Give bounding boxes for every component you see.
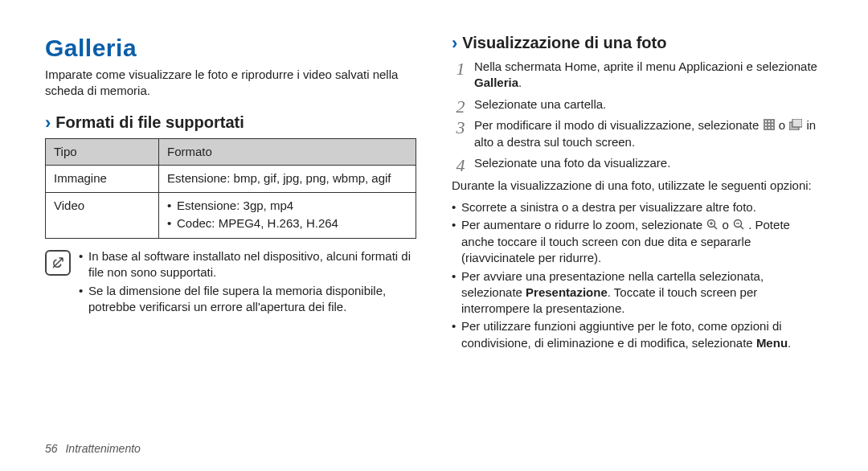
option-item: Per avviare una presentazione nella cart… <box>452 268 823 317</box>
step-item: 1 Nella schermata Home, aprite il menu A… <box>452 59 823 92</box>
chevron-right-icon: › <box>45 114 51 132</box>
subheading-label: Formati di file supportati <box>55 112 244 133</box>
video-codec: Codec: MPEG4, H.263, H.264 <box>167 215 407 231</box>
step-item: 4 Selezionate una foto da visualizzare. <box>452 155 823 171</box>
svg-rect-1 <box>765 121 767 122</box>
left-column: Galleria Imparate come visualizzare le f… <box>45 32 416 455</box>
page-footer: 56 Intrattenimento <box>45 441 141 457</box>
svg-rect-5 <box>768 124 770 125</box>
zoom-in-icon <box>706 218 718 234</box>
zoom-out-icon <box>733 218 744 234</box>
step-number: 3 <box>452 116 469 140</box>
formats-table: Tipo Formato Immagine Estensione: bmp, g… <box>45 138 416 239</box>
step-item: 3 Per modificare il modo di visualizzazi… <box>452 117 823 150</box>
note-block: In base al software installato nel dispo… <box>45 248 416 317</box>
note-item: Se la dimensione del file supera la memo… <box>79 283 416 316</box>
td-fmt-image: Estensione: bmp, gif, jpg, png, wbmp, ag… <box>159 166 416 192</box>
option-item: Per aumentare o ridurre lo zoom, selezio… <box>452 217 823 267</box>
step-item: 2 Selezionate una cartella. <box>452 96 823 113</box>
td-tipo-image: Immagine <box>46 166 159 192</box>
steps-list: 1 Nella schermata Home, aprite il menu A… <box>452 59 823 171</box>
table-row: Immagine Estensione: bmp, gif, jpg, png,… <box>46 166 416 192</box>
intro-text: Imparate come visualizzare le foto e rip… <box>45 67 416 100</box>
step-number: 1 <box>452 57 469 81</box>
step-text: Per modificare il modo di visualizzazion… <box>474 118 816 149</box>
section-title: Galleria <box>45 32 416 65</box>
note-item: In base al software installato nel dispo… <box>79 248 416 281</box>
th-formato: Formato <box>159 139 416 166</box>
during-text: Durante la visualizzazione di una foto, … <box>452 178 823 194</box>
table-header-row: Tipo Formato <box>46 139 416 166</box>
manual-page: Galleria Imparate come visualizzare le f… <box>0 0 868 471</box>
footer-section: Intrattenimento <box>65 442 140 455</box>
note-list: In base al software installato nel dispo… <box>79 248 416 317</box>
option-item: Scorrete a sinistra o a destra per visua… <box>452 199 823 215</box>
svg-line-13 <box>714 226 718 229</box>
svg-rect-8 <box>768 127 770 129</box>
page-number: 56 <box>45 442 58 455</box>
step-number: 4 <box>452 154 469 178</box>
subheading-label: Visualizzazione di una foto <box>462 32 666 54</box>
step-text: Nella schermata Home, aprite il menu App… <box>474 59 817 89</box>
step-number: 2 <box>452 95 469 119</box>
td-tipo-video: Video <box>46 192 159 239</box>
svg-rect-6 <box>772 124 773 125</box>
step-text: Selezionate una foto da visualizzare. <box>474 156 670 170</box>
svg-rect-11 <box>792 119 802 127</box>
td-fmt-video: Estensione: 3gp, mp4 Codec: MPEG4, H.263… <box>159 192 416 239</box>
svg-rect-3 <box>772 121 773 122</box>
svg-rect-9 <box>772 127 773 129</box>
svg-rect-2 <box>768 121 770 122</box>
svg-rect-4 <box>765 124 767 125</box>
svg-line-17 <box>741 226 744 229</box>
subheading-formats: › Formati di file supportati <box>45 112 416 133</box>
subheading-view-photo: › Visualizzazione di una foto <box>452 32 823 54</box>
note-icon <box>45 250 71 276</box>
stack-view-icon <box>789 118 802 134</box>
table-row: Video Estensione: 3gp, mp4 Codec: MPEG4,… <box>46 192 416 239</box>
option-item: Per utilizzare funzioni aggiuntive per l… <box>452 318 823 351</box>
chevron-right-icon: › <box>452 35 457 52</box>
step-text: Selezionate una cartella. <box>474 97 606 111</box>
grid-view-icon <box>764 118 775 134</box>
options-list: Scorrete a sinistra o a destra per visua… <box>452 199 823 351</box>
right-column: › Visualizzazione di una foto 1 Nella sc… <box>452 32 823 455</box>
video-ext: Estensione: 3gp, mp4 <box>167 198 407 214</box>
th-tipo: Tipo <box>46 139 159 166</box>
svg-rect-7 <box>765 127 767 129</box>
